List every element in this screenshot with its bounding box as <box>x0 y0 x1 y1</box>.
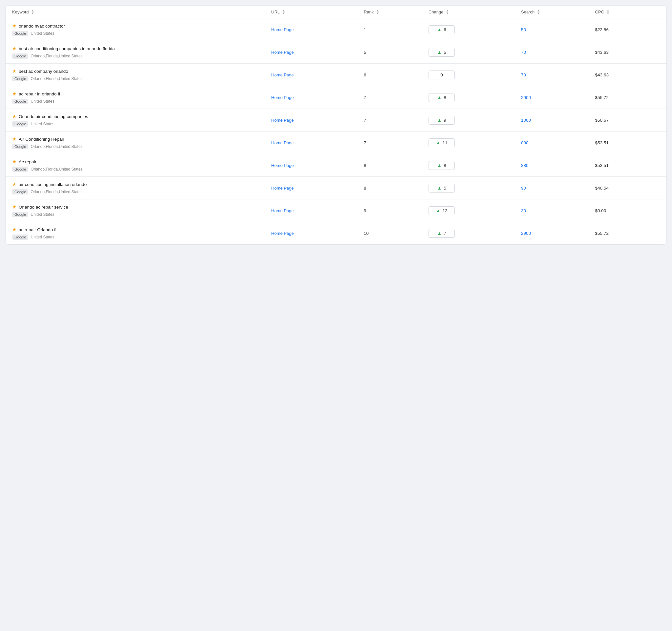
url-cell[interactable]: Home Page <box>271 118 364 123</box>
change-value: 6 <box>443 27 446 32</box>
change-cell: ▲5 <box>429 184 521 193</box>
engine-badge: Google <box>12 76 28 81</box>
header-search[interactable]: Search▲▼ <box>521 9 595 15</box>
engine-badge: Google <box>12 189 28 195</box>
location-text: United States <box>30 99 54 104</box>
cpc-cell: $53.51 <box>595 141 660 145</box>
url-cell[interactable]: Home Page <box>271 208 364 213</box>
location-text: United States <box>30 31 54 36</box>
change-cell: ▲7 <box>429 229 521 238</box>
url-cell[interactable]: Home Page <box>271 141 364 145</box>
keyword-title: ★ Air Conditioning Repair <box>12 136 271 142</box>
change-cell: ▲8 <box>429 93 521 102</box>
table-row: ★ Orlando ac repair service Google Unite… <box>6 199 666 222</box>
search-cell[interactable]: 2900 <box>521 231 595 236</box>
search-cell[interactable]: 30 <box>521 208 595 213</box>
location-text: Orlando,Florida,United States <box>30 54 82 58</box>
table-body: ★ orlando hvac contractor Google United … <box>6 18 666 244</box>
change-box: ▲9 <box>429 116 455 125</box>
star-icon[interactable]: ★ <box>12 181 17 187</box>
change-box: ▲6 <box>429 25 455 34</box>
keyword-meta: Google United States <box>12 212 271 217</box>
keyword-cell-3: ★ ac repair in orlando fl Google United … <box>12 91 271 104</box>
engine-badge: Google <box>12 99 28 104</box>
url-cell[interactable]: Home Page <box>271 73 364 77</box>
arrow-up-icon: ▲ <box>436 208 441 213</box>
star-icon[interactable]: ★ <box>12 227 17 232</box>
keyword-title: ★ air conditioning installation orlando <box>12 181 271 187</box>
change-cell: ▲9 <box>429 116 521 125</box>
change-box: ▲8 <box>429 93 455 102</box>
change-value: 9 <box>443 118 446 123</box>
header-label-keyword: Keyword <box>12 9 29 15</box>
rank-cell: 10 <box>364 231 429 236</box>
star-icon[interactable]: ★ <box>12 204 17 210</box>
location-text: Orlando,Florida,United States <box>30 76 82 81</box>
star-icon[interactable]: ★ <box>12 91 17 97</box>
cpc-cell: $0.00 <box>595 208 660 213</box>
star-icon[interactable]: ★ <box>12 23 17 29</box>
star-icon[interactable]: ★ <box>12 68 17 74</box>
change-box: ▲8 <box>429 161 455 170</box>
url-cell[interactable]: Home Page <box>271 50 364 55</box>
change-box: 0 <box>429 71 455 79</box>
keyword-text: orlando hvac contractor <box>19 24 65 28</box>
change-value: 11 <box>442 141 447 145</box>
header-rank[interactable]: Rank▲▼ <box>364 9 429 15</box>
search-cell[interactable]: 2900 <box>521 95 595 100</box>
url-cell[interactable]: Home Page <box>271 231 364 236</box>
search-cell[interactable]: 70 <box>521 50 595 55</box>
star-icon[interactable]: ★ <box>12 46 17 51</box>
table-row: ★ Ac repair Google Orlando,Florida,Unite… <box>6 154 666 177</box>
header-url[interactable]: URL▲▼ <box>271 9 364 15</box>
sort-icon-keyword: ▲▼ <box>31 9 34 15</box>
change-cell: ▲11 <box>429 138 521 147</box>
location-text: Orlando,Florida,United States <box>30 167 82 172</box>
keyword-cell-1: ★ best air conditioning companies in orl… <box>12 46 271 59</box>
url-cell[interactable]: Home Page <box>271 95 364 100</box>
url-cell[interactable]: Home Page <box>271 186 364 191</box>
search-cell[interactable]: 1000 <box>521 118 595 123</box>
star-icon[interactable]: ★ <box>12 136 17 142</box>
keyword-text: Orlando air conditioning companies <box>19 114 88 119</box>
keyword-title: ★ best ac company orlando <box>12 68 271 74</box>
engine-badge: Google <box>12 121 28 127</box>
cpc-cell: $40.54 <box>595 186 660 191</box>
keyword-title: ★ Ac repair <box>12 159 271 165</box>
arrow-up-icon: ▲ <box>437 95 442 100</box>
keyword-meta: Google United States <box>12 31 271 36</box>
rank-cell: 6 <box>364 73 429 77</box>
change-cell: ▲12 <box>429 206 521 215</box>
change-cell: ▲6 <box>429 25 521 34</box>
star-icon[interactable]: ★ <box>12 159 17 165</box>
change-box: ▲12 <box>429 206 455 215</box>
engine-badge: Google <box>12 234 28 240</box>
header-label-search: Search <box>521 9 534 15</box>
header-keyword[interactable]: Keyword▲▼ <box>12 9 271 15</box>
engine-badge: Google <box>12 212 28 217</box>
search-cell[interactable]: 70 <box>521 73 595 77</box>
url-cell[interactable]: Home Page <box>271 27 364 32</box>
keyword-meta: Google United States <box>12 234 271 240</box>
rank-cell: 8 <box>364 163 429 168</box>
table-row: ★ ac repair Orlando fl Google United Sta… <box>6 222 666 244</box>
header-cpc[interactable]: CPC▲▼ <box>595 9 660 15</box>
rank-cell: 8 <box>364 186 429 191</box>
search-cell[interactable]: 50 <box>521 27 595 32</box>
cpc-cell: $53.51 <box>595 163 660 168</box>
table-row: ★ Orlando air conditioning companies Goo… <box>6 109 666 131</box>
header-change[interactable]: Change▲▼ <box>429 9 521 15</box>
search-cell[interactable]: 880 <box>521 163 595 168</box>
search-cell[interactable]: 90 <box>521 186 595 191</box>
sort-icon-url: ▲▼ <box>282 9 286 15</box>
header-label-cpc: CPC <box>595 9 604 15</box>
url-cell[interactable]: Home Page <box>271 163 364 168</box>
table-row: ★ best air conditioning companies in orl… <box>6 41 666 64</box>
change-box: ▲5 <box>429 48 455 57</box>
keyword-meta: Google Orlando,Florida,United States <box>12 189 271 195</box>
keyword-text: ac repair Orlando fl <box>19 227 56 232</box>
rank-cell: 9 <box>364 208 429 213</box>
star-icon[interactable]: ★ <box>12 113 17 119</box>
keyword-cell-9: ★ ac repair Orlando fl Google United Sta… <box>12 227 271 240</box>
search-cell[interactable]: 880 <box>521 141 595 145</box>
